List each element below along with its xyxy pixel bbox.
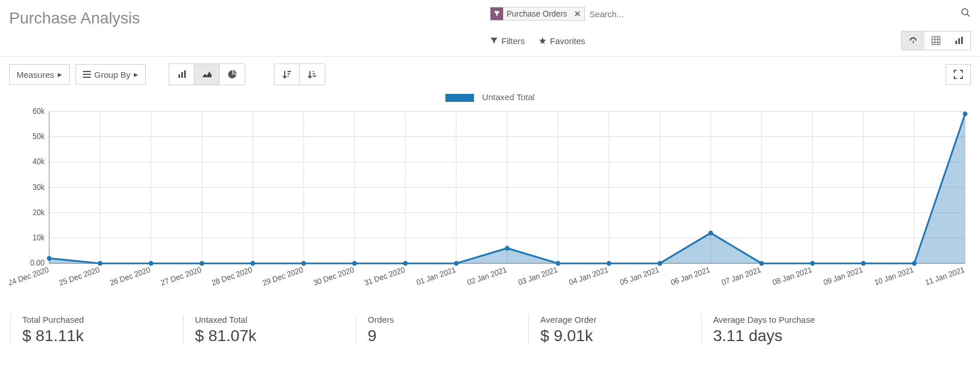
kpi-label: Untaxed Total bbox=[195, 315, 344, 324]
svg-text:04 Jan 2021: 04 Jan 2021 bbox=[568, 265, 609, 287]
svg-rect-9 bbox=[961, 37, 963, 44]
svg-rect-11 bbox=[181, 72, 183, 78]
svg-text:27 Dec 2020: 27 Dec 2020 bbox=[160, 265, 202, 287]
measures-button[interactable]: Measures ▸ bbox=[9, 64, 70, 85]
bar-chart-icon bbox=[954, 36, 963, 45]
line-chart-button[interactable] bbox=[194, 64, 220, 85]
sort-switcher bbox=[274, 64, 325, 85]
svg-text:01 Jan 2021: 01 Jan 2021 bbox=[415, 265, 457, 287]
svg-text:08 Jan 2021: 08 Jan 2021 bbox=[771, 265, 813, 287]
kpi-avg-order: Average Order $ 9.01k bbox=[528, 315, 701, 345]
svg-point-66 bbox=[505, 246, 509, 251]
filters-button[interactable]: Filters bbox=[490, 36, 525, 46]
svg-text:11 Jan 2021: 11 Jan 2021 bbox=[924, 265, 966, 287]
sort-desc-button[interactable] bbox=[274, 64, 300, 85]
view-dashboard-button[interactable] bbox=[902, 31, 925, 50]
kpi-label: Average Days to Purchase bbox=[713, 315, 958, 324]
svg-point-59 bbox=[149, 261, 153, 266]
expand-icon bbox=[954, 70, 963, 79]
pie-chart-icon bbox=[228, 70, 237, 79]
svg-text:09 Jan 2021: 09 Jan 2021 bbox=[822, 265, 864, 287]
svg-point-71 bbox=[759, 261, 764, 266]
view-graph-button[interactable] bbox=[947, 31, 970, 50]
svg-text:40k: 40k bbox=[33, 157, 45, 166]
search-input[interactable] bbox=[589, 9, 956, 19]
funnel-icon bbox=[490, 37, 498, 45]
kpi-value: 9 bbox=[368, 327, 517, 345]
svg-text:10 Jan 2021: 10 Jan 2021 bbox=[873, 265, 915, 287]
grid-icon bbox=[931, 36, 941, 45]
bar-chart-icon bbox=[177, 70, 186, 79]
svg-text:03 Jan 2021: 03 Jan 2021 bbox=[517, 265, 559, 287]
kpi-value: 3.11 days bbox=[713, 327, 958, 345]
svg-text:60k: 60k bbox=[33, 107, 45, 116]
sort-asc-button[interactable] bbox=[300, 64, 325, 85]
svg-point-64 bbox=[403, 261, 408, 266]
svg-text:05 Jan 2021: 05 Jan 2021 bbox=[619, 265, 660, 287]
chart-legend: Untaxed Total bbox=[9, 92, 971, 102]
kpi-label: Total Purchased bbox=[22, 315, 172, 324]
kpi-value: $ 9.01k bbox=[540, 327, 690, 345]
svg-point-74 bbox=[912, 261, 917, 266]
kpi-orders: Orders 9 bbox=[356, 315, 528, 345]
svg-text:26 Dec 2020: 26 Dec 2020 bbox=[109, 265, 152, 287]
svg-text:28 Dec 2020: 28 Dec 2020 bbox=[210, 265, 253, 287]
search-sub: Filters Favorites bbox=[490, 21, 971, 56]
svg-text:25 Dec 2020: 25 Dec 2020 bbox=[58, 265, 101, 287]
filters-label: Filters bbox=[501, 36, 525, 46]
hamburger-icon bbox=[83, 71, 91, 78]
svg-point-68 bbox=[607, 261, 611, 266]
kpi-value: $ 81.11k bbox=[22, 327, 172, 345]
line-chart[interactable]: 0.0010k20k30k40k50k60k24 Dec 202025 Dec … bbox=[9, 105, 971, 300]
svg-point-63 bbox=[352, 261, 357, 266]
favorites-label: Favorites bbox=[550, 36, 585, 46]
svg-point-69 bbox=[658, 261, 662, 266]
svg-rect-10 bbox=[178, 74, 180, 78]
kpi-label: Average Order bbox=[540, 315, 690, 324]
area-chart-icon bbox=[202, 70, 212, 78]
caret-right-icon: ▸ bbox=[134, 69, 138, 80]
svg-point-0 bbox=[962, 9, 968, 15]
groupby-label: Group By bbox=[94, 70, 130, 80]
svg-text:30 Dec 2020: 30 Dec 2020 bbox=[312, 265, 355, 287]
sort-asc-icon bbox=[308, 70, 317, 79]
svg-point-60 bbox=[200, 261, 204, 266]
kpi-value: $ 81.07k bbox=[195, 327, 344, 345]
svg-point-61 bbox=[250, 261, 255, 266]
svg-point-75 bbox=[963, 112, 967, 117]
svg-text:31 Dec 2020: 31 Dec 2020 bbox=[363, 265, 406, 287]
measures-label: Measures bbox=[17, 70, 54, 80]
svg-rect-8 bbox=[958, 38, 960, 44]
sort-desc-icon bbox=[282, 70, 292, 79]
groupby-button[interactable]: Group By ▸ bbox=[75, 64, 146, 85]
svg-point-72 bbox=[810, 261, 815, 266]
svg-text:20k: 20k bbox=[33, 208, 45, 217]
view-switcher bbox=[901, 31, 971, 50]
pie-chart-button[interactable] bbox=[220, 64, 245, 85]
filter-chip-purchase-orders[interactable]: Purchase Orders ✕ bbox=[490, 7, 585, 21]
svg-point-73 bbox=[861, 261, 866, 266]
search-area: Purchase Orders ✕ Filters Favorites bbox=[490, 7, 971, 56]
kpi-avg-days: Average Days to Purchase 3.11 days bbox=[701, 315, 970, 345]
expand-button[interactable] bbox=[946, 64, 971, 85]
chart-area: Untaxed Total 0.0010k20k30k40k50k60k24 D… bbox=[0, 92, 980, 307]
gauge-icon bbox=[908, 35, 918, 46]
svg-point-62 bbox=[301, 261, 306, 266]
funnel-icon bbox=[491, 7, 503, 20]
caret-right-icon: ▸ bbox=[58, 69, 62, 80]
kpi-total-purchased: Total Purchased $ 81.11k bbox=[10, 315, 183, 345]
header: Purchase Analysis Purchase Orders ✕ Filt… bbox=[0, 0, 980, 57]
close-icon[interactable]: ✕ bbox=[571, 9, 584, 18]
kpi-label: Orders bbox=[368, 315, 517, 324]
svg-rect-2 bbox=[932, 37, 940, 45]
search-row: Purchase Orders ✕ bbox=[490, 7, 971, 21]
search-icon[interactable] bbox=[961, 7, 971, 21]
svg-rect-7 bbox=[955, 41, 957, 44]
kpi-row: Total Purchased $ 81.11k Untaxed Total $… bbox=[0, 307, 980, 353]
svg-text:02 Jan 2021: 02 Jan 2021 bbox=[466, 265, 508, 287]
page-title: Purchase Analysis bbox=[9, 7, 140, 27]
view-pivot-button[interactable] bbox=[925, 31, 947, 50]
svg-text:30k: 30k bbox=[33, 183, 45, 191]
bar-chart-button[interactable] bbox=[169, 64, 194, 85]
favorites-button[interactable]: Favorites bbox=[539, 36, 585, 46]
